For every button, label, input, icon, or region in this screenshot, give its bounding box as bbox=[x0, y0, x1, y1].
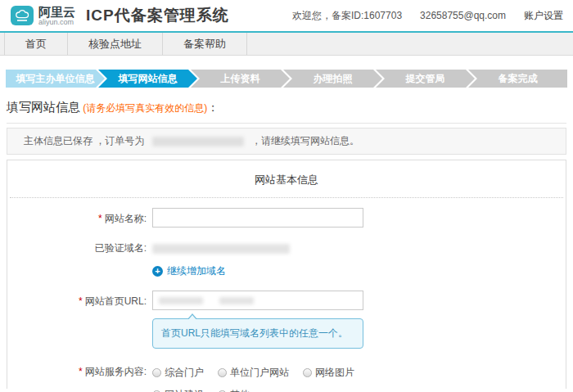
redacted-verified-domain bbox=[152, 244, 290, 254]
url-tip-row: 首页URL只能填写域名列表中的任意一个。 bbox=[7, 318, 566, 349]
redacted-url-part bbox=[159, 297, 203, 304]
required-mark: * bbox=[98, 213, 102, 224]
service-content-label: 网站服务内容: bbox=[85, 366, 147, 377]
site-name-input[interactable] bbox=[152, 208, 363, 228]
radio-web-images[interactable]: 网络图片 bbox=[303, 366, 354, 380]
home-url-label: 网站首页URL: bbox=[85, 295, 147, 307]
redacted-url-part bbox=[219, 297, 254, 304]
brand-domain: aliyun.com bbox=[38, 19, 75, 26]
url-tip-tooltip: 首页URL只能填写域名列表中的任意一个。 bbox=[152, 318, 363, 349]
welcome-text: 欢迎您，备案ID:1607703 bbox=[292, 9, 402, 23]
service-content-row2: 网站建设 其他 bbox=[7, 388, 566, 392]
notice-prefix: 主体信息已保存 ，订单号为 bbox=[24, 135, 144, 146]
account-settings-link[interactable]: 账户设置 bbox=[524, 9, 563, 23]
step-upload-materials: 上传资料 bbox=[191, 70, 290, 88]
radio-comprehensive-portal[interactable]: 综合门户 bbox=[152, 366, 204, 380]
progress-steps: 填写主办单位信息 填写网站信息 上传资料 办理拍照 提交管局 备案完成 bbox=[6, 70, 567, 88]
required-mark: * bbox=[79, 295, 83, 307]
section-colon: ： bbox=[207, 101, 219, 114]
app-title: ICP代备案管理系统 bbox=[86, 5, 229, 26]
radio-icon bbox=[303, 368, 312, 377]
step-fill-website-info: 填写网站信息 bbox=[98, 70, 197, 88]
required-mark: * bbox=[79, 366, 83, 377]
aliyun-cloud-icon bbox=[10, 3, 34, 28]
add-domain-link[interactable]: 继续增加域名 bbox=[152, 264, 226, 278]
field-home-url: *网站首页URL: bbox=[7, 291, 566, 312]
radio-icon bbox=[152, 368, 161, 377]
radio-icon bbox=[218, 368, 227, 377]
plus-circle-icon bbox=[152, 266, 163, 277]
nav-item-filing-help[interactable]: 备案帮助 bbox=[163, 33, 247, 55]
field-site-name: *网站名称: bbox=[7, 208, 566, 229]
section-header: 填写网站信息 (请务必填写真实有效的信息)： bbox=[7, 100, 566, 124]
main-nav: 首页 核验点地址 备案帮助 bbox=[0, 33, 573, 56]
verified-domain-label: 已验证域名: bbox=[7, 242, 152, 255]
form-title: 网站基本信息 bbox=[7, 160, 566, 187]
step-submit-authority: 提交管局 bbox=[376, 70, 475, 88]
radio-other[interactable]: 其他 bbox=[218, 388, 250, 392]
dotted-divider bbox=[10, 197, 563, 198]
add-domain-row: 继续增加域名 bbox=[7, 264, 566, 278]
site-name-label: 网站名称: bbox=[105, 213, 147, 224]
add-domain-label: 继续增加域名 bbox=[167, 264, 226, 278]
step-filing-complete: 备案完成 bbox=[468, 70, 567, 88]
website-info-panel: 网站基本信息 *网站名称: 已验证域名: 继续增加域名 *网站首页URL: bbox=[7, 160, 566, 389]
section-title: 填写网站信息 bbox=[7, 100, 80, 114]
step-photo-processing: 办理拍照 bbox=[283, 70, 382, 88]
field-service-content: *网站服务内容: 综合门户 单位门户网站 网络图片 bbox=[7, 366, 566, 380]
account-email: 32658755@qq.com bbox=[420, 10, 506, 21]
aliyun-logo[interactable]: 阿里云 aliyun.com bbox=[10, 3, 75, 28]
notice-suffix: ，请继续填写网站信息。 bbox=[251, 135, 359, 146]
radio-org-portal-site[interactable]: 单位门户网站 bbox=[218, 366, 289, 380]
radio-site-building[interactable]: 网站建设 bbox=[152, 388, 204, 392]
header-user-area: 欢迎您，备案ID:1607703 32658755@qq.com 账户设置 bbox=[274, 9, 563, 23]
saved-notice: 主体信息已保存 ，订单号为 ，请继续填写网站信息。 bbox=[7, 128, 566, 155]
section-hint: (请务必填写真实有效的信息) bbox=[83, 102, 207, 114]
brand-name: 阿里云 bbox=[38, 6, 75, 18]
url-tip-text: 首页URL只能填写域名列表中的任意一个。 bbox=[161, 327, 348, 339]
step-fill-organizer-info: 填写主办单位信息 bbox=[6, 70, 105, 88]
nav-item-verification-address[interactable]: 核验点地址 bbox=[68, 33, 163, 55]
app-header: 阿里云 aliyun.com ICP代备案管理系统 欢迎您，备案ID:16077… bbox=[0, 0, 573, 31]
nav-item-home[interactable]: 首页 bbox=[4, 33, 68, 55]
redacted-order-number bbox=[152, 137, 244, 146]
field-verified-domain: 已验证域名: bbox=[7, 242, 566, 255]
